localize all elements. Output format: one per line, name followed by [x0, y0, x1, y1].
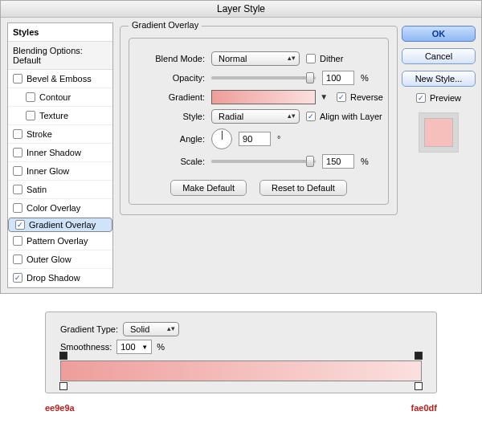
color-stop-left[interactable] — [59, 382, 67, 390]
updown-icon: ▴▾ — [288, 112, 296, 120]
pct-label: % — [157, 342, 165, 352]
gradient-editor-panel: Gradient Type: Solid▴▾ Smoothness: 100▼ … — [45, 312, 437, 393]
opacity-label: Opacity: — [134, 73, 205, 83]
preview-label: Preview — [430, 93, 461, 103]
preview-checkbox[interactable]: ✓ — [416, 93, 426, 103]
sidebar-item-label: Inner Glow — [27, 166, 69, 176]
checkbox[interactable]: ✓ — [15, 220, 25, 230]
inner-legend: Gradient — [129, 20, 169, 30]
checkbox[interactable] — [13, 236, 22, 246]
window-titlebar: Layer Style — [1, 1, 481, 18]
checkbox[interactable] — [13, 148, 22, 157]
sidebar-item-label: Outer Glow — [27, 255, 71, 264]
sidebar-item-label: Stroke — [27, 129, 52, 139]
sidebar-blending-options[interactable]: Blending Options: Default — [8, 42, 112, 70]
sidebar-item-color-overlay[interactable]: Color Overlay — [8, 199, 112, 218]
chevron-down-icon[interactable]: ▼ — [320, 92, 328, 101]
hex-right: fae0df — [411, 403, 437, 413]
sidebar-item-label: Satin — [27, 185, 47, 194]
updown-icon: ▴▾ — [167, 324, 175, 332]
smoothness-field[interactable]: 100▼ — [116, 340, 152, 354]
sidebar-item-label: Inner Shadow — [27, 148, 81, 157]
gradient-type-select[interactable]: Solid▴▾ — [123, 322, 179, 336]
scale-slider[interactable] — [211, 160, 316, 163]
scale-label: Scale: — [134, 157, 205, 166]
make-default-button[interactable]: Make Default — [170, 180, 247, 196]
sidebar-item-pattern-overlay[interactable]: Pattern Overlay — [8, 232, 112, 250]
sidebar-item-inner-glow[interactable]: Inner Glow — [8, 162, 112, 181]
gradient-swatch[interactable]: ▼ — [211, 90, 316, 104]
sidebar-item-label: Gradient Overlay — [29, 220, 96, 230]
sidebar-item-stroke[interactable]: Stroke — [8, 125, 112, 144]
smoothness-label: Smoothness: — [60, 342, 112, 352]
cancel-button[interactable]: Cancel — [402, 48, 476, 64]
dither-checkbox[interactable] — [306, 54, 316, 63]
color-stop-right[interactable] — [415, 382, 423, 390]
sidebar-item-drop-shadow[interactable]: ✓Drop Shadow — [8, 269, 112, 287]
opacity-slider[interactable] — [211, 76, 316, 79]
opacity-stop-right[interactable] — [415, 352, 423, 360]
reset-default-button[interactable]: Reset to Default — [259, 180, 347, 196]
hex-left: ee9e9a — [45, 403, 75, 413]
sidebar-item-label: Drop Shadow — [27, 273, 80, 283]
angle-field[interactable]: 90 — [239, 132, 271, 146]
gradient-label: Gradient: — [134, 92, 205, 102]
dither-label: Dither — [320, 54, 343, 63]
checkbox[interactable] — [26, 111, 35, 120]
angle-dial[interactable] — [211, 128, 232, 149]
sidebar-item-label: Color Overlay — [27, 203, 80, 213]
checkbox[interactable] — [26, 92, 35, 102]
style-label: Style: — [134, 112, 205, 121]
sidebar-item-gradient-overlay[interactable]: ✓Gradient Overlay — [8, 218, 112, 232]
pct-label: % — [361, 157, 369, 166]
preview-swatch — [424, 118, 453, 147]
gradient-bar[interactable] — [60, 360, 422, 381]
sidebar-item-bevel-emboss[interactable]: Bevel & Emboss — [8, 70, 112, 88]
new-style-button[interactable]: New Style... — [402, 71, 476, 87]
style-select[interactable]: Radial▴▾ — [211, 109, 300, 124]
checkbox[interactable] — [13, 255, 22, 264]
checkbox[interactable] — [13, 129, 22, 139]
gradient-type-label: Gradient Type: — [60, 324, 118, 334]
sidebar-item-label: Bevel & Emboss — [27, 74, 92, 83]
updown-icon: ▴▾ — [288, 54, 296, 62]
sidebar-item-label: Texture — [39, 111, 68, 120]
angle-label: Angle: — [134, 134, 205, 144]
chevron-down-icon[interactable]: ▼ — [141, 344, 148, 351]
align-checkbox[interactable]: ✓ — [306, 112, 316, 121]
preview-swatch-well — [419, 112, 459, 153]
sidebar-item-outer-glow[interactable]: Outer Glow — [8, 250, 112, 269]
deg-label: ° — [277, 134, 280, 144]
sidebar-item-contour[interactable]: Contour — [8, 88, 112, 107]
checkbox[interactable] — [13, 166, 22, 176]
sidebar-item-texture[interactable]: Texture — [8, 107, 112, 125]
sidebar-item-label: Contour — [39, 92, 71, 102]
opacity-field[interactable]: 100 — [322, 71, 354, 85]
ok-button[interactable]: OK — [402, 26, 476, 42]
reverse-checkbox[interactable]: ✓ — [337, 92, 346, 102]
align-label: Align with Layer — [320, 112, 382, 121]
sidebar-item-inner-shadow[interactable]: Inner Shadow — [8, 144, 112, 162]
blend-mode-label: Blend Mode: — [134, 54, 205, 63]
checkbox[interactable] — [13, 203, 22, 213]
sidebar-item-label: Pattern Overlay — [27, 236, 88, 246]
checkbox[interactable] — [13, 74, 22, 83]
sidebar-header[interactable]: Styles — [8, 23, 112, 42]
blend-mode-select[interactable]: Normal▴▾ — [211, 51, 300, 66]
checkbox[interactable]: ✓ — [13, 273, 22, 283]
pct-label: % — [361, 73, 369, 83]
styles-sidebar: Styles Blending Options: Default Bevel &… — [7, 22, 113, 288]
gradient-overlay-group: Gradient Overlay Gradient Blend Mode: No… — [120, 26, 398, 215]
scale-field[interactable]: 150 — [322, 154, 354, 169]
checkbox[interactable] — [13, 185, 22, 194]
opacity-stop-left[interactable] — [59, 352, 67, 360]
sidebar-item-satin[interactable]: Satin — [8, 181, 112, 199]
reverse-label: Reverse — [350, 92, 383, 102]
